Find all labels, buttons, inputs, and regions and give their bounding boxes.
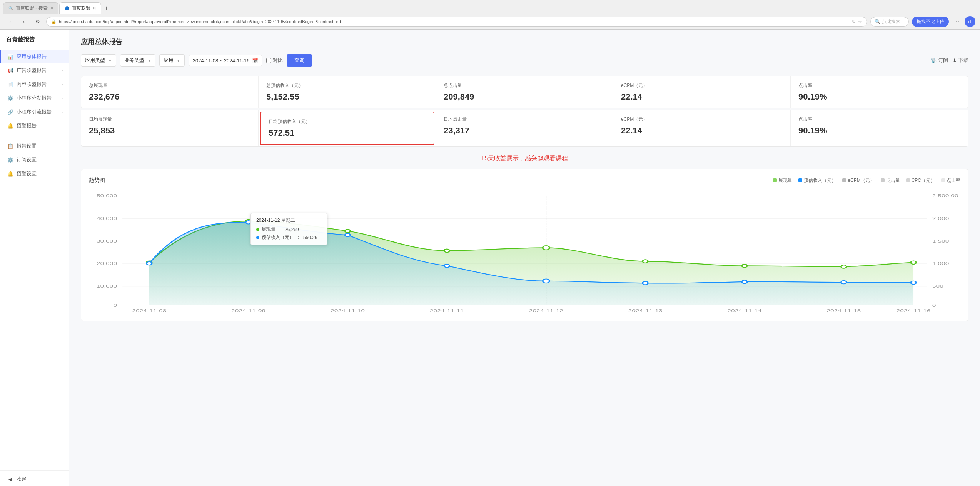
svg-point-35: [841, 265, 846, 268]
query-button[interactable]: 查询: [287, 54, 312, 67]
svg-point-34: [742, 264, 747, 268]
more-button[interactable]: ···: [952, 17, 962, 26]
svg-text:1,000: 1,000: [932, 261, 949, 266]
main-content: 应用总体报告 应用类型 ▼ 业务类型 ▼ 应用 ▼ 2024-11-08 ~ 2…: [69, 30, 980, 486]
sidebar-main-section: 📊 应用总体报告 📢 广告联盟报告 › 📄 内容联盟报告 › ⚙️ 小程序分发报…: [0, 48, 69, 134]
sidebar-item-content-alliance[interactable]: 📄 内容联盟报告 ›: [0, 77, 69, 91]
sidebar-item-subscribe-settings[interactable]: ⚙️ 订阅设置: [0, 153, 69, 167]
legend-label-ctr: 点击率: [947, 177, 960, 184]
stat-ecpm-total: eCPM（元） 22.14: [613, 76, 791, 108]
arrow-miniapp-dist: ›: [62, 96, 63, 100]
tab-search[interactable]: 🔍 百度联盟 - 搜索 ✕: [3, 2, 58, 14]
legend-label-revenue: 预估收入（元）: [804, 177, 836, 184]
svg-point-43: [742, 280, 747, 284]
legend-dot-ecpm: [842, 178, 846, 182]
compare-check-input[interactable]: [266, 58, 271, 63]
search-icon: 🔍: [875, 19, 880, 24]
download-button[interactable]: ⬇ 下载: [953, 57, 968, 64]
stat-revenue-total: 总预估收入（元） 5,152.55: [259, 76, 436, 108]
biz-type-select[interactable]: 业务类型 ▼: [120, 54, 155, 67]
search-box[interactable]: 🔍 点此搜索: [870, 17, 909, 27]
date-picker[interactable]: 2024-11-08 ~ 2024-11-16 📅: [189, 55, 262, 66]
sidebar-collapse-label: 收起: [17, 476, 27, 483]
tab-label-search: 百度联盟 - 搜索: [16, 5, 48, 12]
stat-impressions-daily: 日均展现量 25,853: [81, 110, 259, 146]
sidebar-item-app-overall[interactable]: 📊 应用总体报告: [0, 50, 69, 63]
legend-label-ecpm: eCPM（元）: [848, 177, 874, 184]
ad-alliance-icon: 📢: [7, 67, 13, 73]
sidebar-settings-section: 📋 报告设置 ⚙️ 订阅设置 🔔 预警设置: [0, 138, 69, 182]
tab-label-union: 百度联盟: [72, 5, 90, 12]
alert-report-icon: 🔔: [7, 123, 13, 129]
subscribe-button[interactable]: 📡 订阅: [930, 57, 948, 64]
stat-impressions-daily-value: 25,853: [89, 126, 250, 136]
chart-svg: 50,000 40,000 30,000 20,000 10,000 0 2,5…: [89, 190, 960, 313]
stat-ecpm-total-value: 22.14: [621, 92, 783, 102]
alert-settings-icon: 🔔: [7, 171, 13, 177]
sidebar-item-ad-alliance[interactable]: 📢 广告联盟报告 ›: [0, 63, 69, 77]
sidebar-collapse[interactable]: ◀ 收起: [0, 472, 69, 486]
app-type-select[interactable]: 应用类型 ▼: [81, 54, 116, 67]
app-select[interactable]: 应用 ▼: [159, 54, 185, 67]
biz-type-chevron: ▼: [147, 58, 151, 63]
back-button[interactable]: ‹: [5, 16, 15, 27]
star-icon[interactable]: ☆: [858, 19, 862, 25]
url-text: https://union.baidu.com/bqt/appco.html#/…: [59, 19, 850, 24]
address-bar: ‹ › ↻ 🔒 https://union.baidu.com/bqt/appc…: [0, 14, 980, 29]
sidebar-item-alert-report[interactable]: 🔔 预警报告: [0, 119, 69, 133]
svg-text:0: 0: [932, 303, 936, 308]
url-box[interactable]: 🔒 https://union.baidu.com/bqt/appco.html…: [46, 17, 867, 27]
sidebar-item-report-settings[interactable]: 📋 报告设置: [0, 139, 69, 153]
toolbar-right: 🔍 点此搜索 拖拽至此上传 ··· iT: [870, 16, 975, 27]
sidebar-item-miniapp-traffic[interactable]: 🔗 小程序引流报告 ›: [0, 105, 69, 119]
chart-section: 趋势图 展现量 预估收入（元） eCPM（元）: [81, 169, 968, 321]
svg-text:2024-11-16: 2024-11-16: [896, 308, 930, 313]
sidebar-label-ad-alliance: 广告联盟报告: [17, 67, 47, 74]
arrow-content-alliance: ›: [62, 82, 63, 87]
tab-close-search[interactable]: ✕: [50, 6, 53, 11]
app-label: 应用: [164, 57, 174, 64]
calendar-icon: 📅: [252, 58, 258, 63]
stat-ctr-daily: 点击率 90.19%: [791, 110, 968, 146]
action-buttons: 📡 订阅 ⬇ 下载: [930, 57, 968, 64]
svg-text:2024-11-13: 2024-11-13: [628, 308, 663, 313]
forward-button[interactable]: ›: [18, 16, 29, 27]
subscribe-label: 订阅: [938, 57, 948, 64]
new-tab-button[interactable]: +: [102, 3, 111, 13]
reload-button[interactable]: ↻: [32, 16, 43, 27]
subscribe-icon: 📡: [930, 58, 937, 63]
app-type-label: 应用类型: [85, 57, 105, 64]
sidebar-item-alert-settings[interactable]: 🔔 预警设置: [0, 167, 69, 181]
date-range-value: 2024-11-08 ~ 2024-11-16: [193, 58, 250, 63]
chart-container: 50,000 40,000 30,000 20,000 10,000 0 2,5…: [89, 190, 960, 313]
tab-union[interactable]: 🔵 百度联盟 ✕: [59, 2, 101, 14]
stats-row-2: 日均展现量 25,853 日均预估收入（元） 572.51 日均点击量 23,3…: [81, 110, 968, 147]
svg-text:2,500.00: 2,500.00: [932, 194, 958, 198]
stat-ecpm-daily-value: 22.14: [621, 126, 783, 136]
miniapp-traffic-icon: 🔗: [7, 109, 13, 115]
app-chevron: ▼: [177, 58, 180, 63]
tab-favicon-union: 🔵: [64, 6, 70, 11]
svg-text:10,000: 10,000: [97, 284, 117, 288]
user-avatar[interactable]: iT: [965, 16, 975, 27]
stat-impressions-total: 总展现量 232,676: [81, 76, 259, 108]
sidebar-label-content-alliance: 内容联盟报告: [17, 81, 47, 88]
upload-button[interactable]: 拖拽至此上传: [912, 17, 949, 27]
tab-close-union[interactable]: ✕: [93, 6, 96, 11]
stat-ctr-total: 点击率 90.19%: [791, 76, 968, 108]
sidebar-label-app-overall: 应用总体报告: [17, 53, 47, 60]
compare-checkbox[interactable]: 对比: [266, 57, 283, 64]
sidebar-item-miniapp-dist[interactable]: ⚙️ 小程序分发报告 ›: [0, 91, 69, 105]
legend-label-impressions: 展现量: [778, 177, 792, 184]
arrow-miniapp-traffic: ›: [62, 110, 63, 114]
legend-dot-clicks: [881, 178, 885, 182]
stat-revenue-daily-value: 572.51: [269, 128, 426, 138]
svg-point-37: [147, 262, 152, 265]
stat-ctr-total-value: 90.19%: [798, 92, 960, 102]
svg-point-39: [345, 233, 351, 237]
sidebar-title: 百青藤报告: [0, 30, 69, 48]
stat-clicks-daily-label: 日均点击量: [444, 116, 605, 123]
legend-clicks: 点击量: [881, 177, 900, 184]
sidebar-label-miniapp-traffic: 小程序引流报告: [17, 108, 52, 115]
stat-clicks-total-value: 209,849: [444, 92, 605, 102]
